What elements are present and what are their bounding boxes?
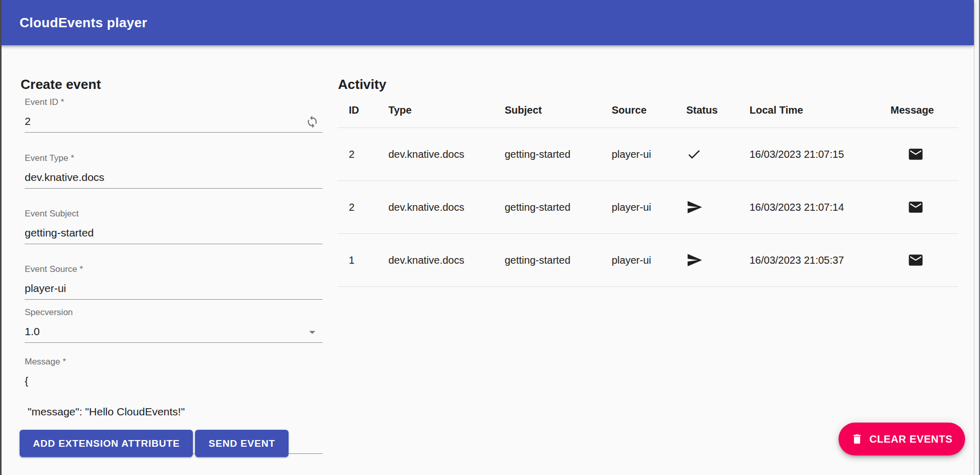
event-type-field[interactable]: Event Type * dev.knative.docs [25, 153, 323, 189]
cell-source: player-ui [612, 149, 686, 160]
app-bar: CloudEvents player [0, 0, 974, 45]
cloudevents-player-window: CloudEvents player Create event Activity… [0, 0, 980, 475]
col-header-status: Status [686, 104, 750, 116]
cell-type: dev.knative.docs [388, 202, 505, 213]
mail-icon[interactable] [890, 199, 958, 215]
cell-source: player-ui [612, 202, 686, 213]
check-icon [686, 147, 750, 162]
event-id-field[interactable]: Event ID * 2 [25, 97, 323, 133]
cell-local-time: 16/03/2023 21:07:15 [750, 149, 890, 160]
cell-type: dev.knative.docs [388, 149, 505, 160]
clear-events-button[interactable]: CLEAR EVENTS [839, 423, 965, 455]
table-row: 1 dev.knative.docs getting-started playe… [337, 234, 958, 287]
cell-local-time: 16/03/2023 21:05:37 [750, 254, 890, 266]
sync-icon[interactable] [306, 115, 319, 129]
message-line: { [25, 375, 28, 387]
activity-heading: Activity [338, 77, 386, 93]
event-type-label: Event Type * [25, 153, 323, 163]
create-event-heading: Create event [21, 77, 101, 93]
send-icon [686, 252, 750, 268]
event-subject-input[interactable]: getting-started [25, 226, 323, 244]
form-actions: ADD EXTENSION ATTRIBUTE SEND EVENT [20, 430, 289, 457]
activity-table-header: ID Type Subject Source Status Local Time… [337, 93, 958, 128]
message-label: Message * [25, 357, 323, 367]
col-header-subject: Subject [505, 104, 612, 116]
col-header-id: ID [349, 104, 388, 116]
col-header-type: Type [388, 104, 505, 116]
cell-subject: getting-started [505, 149, 612, 160]
event-source-field[interactable]: Event Source * player-ui [25, 264, 323, 300]
event-source-label: Event Source * [25, 264, 323, 275]
table-row: 2 dev.knative.docs getting-started playe… [337, 128, 958, 181]
cell-subject: getting-started [505, 202, 612, 213]
specversion-select[interactable]: 1.0 [25, 325, 323, 343]
add-extension-attribute-button[interactable]: ADD EXTENSION ATTRIBUTE [20, 430, 193, 457]
table-row: 2 dev.knative.docs getting-started playe… [337, 181, 958, 234]
cell-id: 2 [349, 149, 388, 160]
dropdown-arrow-icon[interactable] [305, 325, 319, 339]
cell-type: dev.knative.docs [388, 254, 505, 266]
app-title: CloudEvents player [20, 15, 147, 31]
mail-icon[interactable] [890, 252, 958, 268]
cell-local-time: 16/03/2023 21:07:14 [750, 202, 890, 213]
cell-source: player-ui [612, 254, 686, 266]
event-type-input[interactable]: dev.knative.docs [25, 171, 323, 189]
activity-table: ID Type Subject Source Status Local Time… [337, 93, 958, 287]
specversion-field[interactable]: Specversion 1.0 [25, 307, 323, 343]
mail-icon[interactable] [890, 146, 958, 162]
delete-icon [851, 433, 863, 445]
send-event-button[interactable]: SEND EVENT [195, 430, 288, 457]
clear-events-label: CLEAR EVENTS [869, 433, 953, 445]
window-left-edge [0, 0, 2, 475]
event-id-input[interactable]: 2 [25, 115, 323, 133]
cell-subject: getting-started [505, 254, 612, 266]
col-header-source: Source [612, 104, 686, 116]
event-subject-label: Event Subject [25, 209, 323, 219]
specversion-label: Specversion [25, 307, 323, 318]
event-source-input[interactable]: player-ui [25, 282, 323, 300]
event-subject-field[interactable]: Event Subject getting-started [25, 209, 323, 244]
cell-id: 1 [349, 254, 388, 266]
cell-id: 2 [349, 202, 388, 213]
event-id-label: Event ID * [25, 97, 323, 107]
message-line: "message": "Hello CloudEvents!" [25, 406, 185, 417]
send-icon [686, 199, 750, 215]
col-header-message: Message [890, 104, 958, 116]
col-header-local-time: Local Time [750, 104, 890, 116]
